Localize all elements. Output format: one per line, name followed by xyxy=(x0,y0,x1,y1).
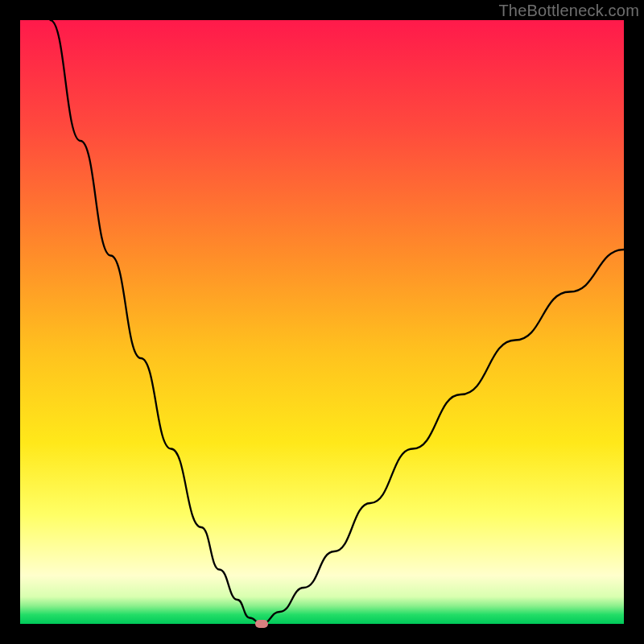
watermark-text: TheBottleneck.com xyxy=(498,2,639,20)
bottleneck-curve xyxy=(20,20,624,624)
curve-right-branch xyxy=(262,250,624,624)
chart-frame: TheBottleneck.com xyxy=(0,0,644,644)
curve-left-branch xyxy=(51,20,262,624)
plot-area xyxy=(20,20,624,624)
minimum-marker xyxy=(255,620,268,628)
